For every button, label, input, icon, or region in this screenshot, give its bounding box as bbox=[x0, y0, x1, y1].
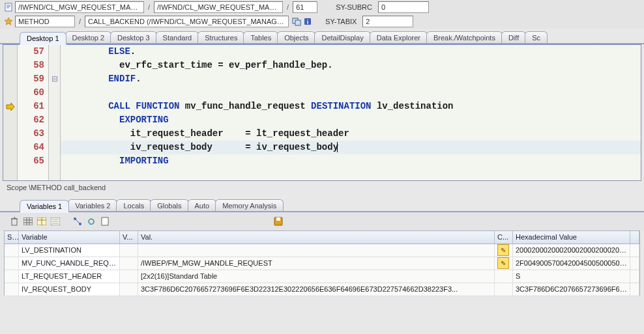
tab-variables-2[interactable]: Variables 2 bbox=[68, 199, 117, 212]
tab-structures[interactable]: Structures bbox=[198, 31, 244, 44]
cell-value[interactable]: /IWBEP/FM_MGW_HANDLE_REQUEST bbox=[138, 257, 495, 270]
code-line[interactable]: CALL FUNCTION mv_func_handle_request DES… bbox=[61, 100, 641, 113]
pencil-icon[interactable]: ✎ bbox=[497, 257, 509, 269]
tab-break-watchpoints[interactable]: Break./Watchpoints bbox=[426, 31, 503, 44]
col-hex[interactable]: Hexadecimal Value bbox=[513, 231, 630, 244]
cell-value[interactable]: 3C3F786D6C2076657273696F6E3D22312E302220… bbox=[138, 283, 495, 296]
refresh-icon[interactable] bbox=[86, 216, 96, 227]
cell-vtype bbox=[120, 283, 138, 296]
cell-change[interactable]: ✎ bbox=[495, 257, 513, 270]
cell-variable[interactable]: IV_REQUEST_BODY bbox=[19, 283, 120, 296]
fold-marker[interactable] bbox=[49, 141, 60, 154]
cell-status bbox=[5, 270, 19, 283]
tab-auto[interactable]: Auto bbox=[188, 199, 217, 212]
program-field-1[interactable]: /IWFND/CL_MGW_REQUEST_MANAGER... bbox=[15, 1, 144, 13]
info-icon[interactable]: i bbox=[303, 17, 312, 26]
method-field[interactable]: CALL_BACKEND (/IWFND/CL_MGW_REQUEST_MANA… bbox=[85, 16, 289, 27]
save-icon[interactable] bbox=[273, 216, 284, 227]
tab-data-explorer[interactable]: Data Explorer bbox=[370, 31, 428, 44]
navigation-row-2: METHOD / CALL_BACKEND (/IWFND/CL_MGW_REQ… bbox=[0, 14, 644, 29]
cell-end bbox=[630, 244, 639, 257]
grid-icon[interactable] bbox=[23, 216, 33, 227]
cell-status bbox=[5, 244, 19, 257]
cell-hex: 2F004900570042004500500050000... bbox=[513, 257, 630, 270]
tab-desktop-2[interactable]: Desktop 2 bbox=[65, 31, 112, 44]
cell-hex: S bbox=[513, 270, 630, 283]
cell-variable[interactable]: LT_REQUEST_HEADER bbox=[19, 270, 120, 283]
fold-marker[interactable]: ⊟ bbox=[49, 72, 60, 86]
fold-marker[interactable] bbox=[49, 100, 60, 113]
cell-variable[interactable]: MV_FUNC_HANDLE_REQU... bbox=[19, 257, 120, 270]
code-line[interactable]: ev_rfc_start_time = ev_perf_handle_bep. bbox=[61, 59, 641, 72]
cell-value[interactable] bbox=[138, 244, 495, 257]
code-line[interactable] bbox=[61, 86, 641, 100]
event-field[interactable]: METHOD bbox=[15, 16, 75, 27]
sy-tabix-value[interactable]: 2 bbox=[362, 16, 413, 27]
tab-detaildisplay[interactable]: DetailDisplay bbox=[314, 31, 370, 44]
tab-desktop-1[interactable]: Desktop 1 bbox=[20, 32, 66, 45]
list-icon[interactable] bbox=[50, 216, 61, 227]
table-row[interactable]: MV_FUNC_HANDLE_REQU.../IWBEP/FM_MGW_HAND… bbox=[5, 257, 639, 270]
cell-variable[interactable]: LV_DESTINATION bbox=[19, 244, 120, 257]
col-status[interactable]: S... bbox=[5, 231, 19, 244]
col-value[interactable]: Val. bbox=[138, 231, 495, 244]
line-number-field[interactable]: 61 bbox=[293, 1, 317, 13]
code-line[interactable]: ENDIF. bbox=[61, 72, 641, 86]
col-vtype[interactable]: V... bbox=[120, 231, 138, 244]
col-variable[interactable]: Variable bbox=[19, 231, 120, 244]
line-number: 57 bbox=[18, 45, 48, 59]
code-line[interactable]: iv_request_body = iv_request_body bbox=[61, 141, 641, 154]
cell-value[interactable]: [2x2(16)]Standard Table bbox=[138, 270, 495, 283]
line-number: 58 bbox=[18, 59, 48, 72]
tab-standard[interactable]: Standard bbox=[156, 31, 199, 44]
delete-icon[interactable] bbox=[9, 216, 20, 227]
svg-rect-0 bbox=[5, 3, 12, 11]
tab-locals[interactable]: Locals bbox=[116, 199, 151, 212]
code-editor[interactable]: 575859606162636465 ⊟ ELSE. ev_rfc_start_… bbox=[3, 44, 641, 181]
line-number: 63 bbox=[18, 127, 48, 141]
cell-vtype bbox=[120, 270, 138, 283]
breakpoint-rail[interactable] bbox=[3, 45, 18, 180]
code-area[interactable]: ELSE. ev_rfc_start_time = ev_perf_handle… bbox=[61, 45, 641, 180]
document-icon[interactable] bbox=[100, 216, 110, 227]
code-line[interactable]: IMPORTING bbox=[61, 154, 641, 168]
code-line[interactable]: ELSE. bbox=[61, 45, 641, 59]
fold-marker[interactable] bbox=[49, 59, 60, 72]
cell-hex: 2000200020002000200020002000... bbox=[513, 244, 630, 257]
fold-marker[interactable] bbox=[49, 45, 60, 59]
table-icon[interactable] bbox=[37, 216, 47, 227]
connector-icon[interactable] bbox=[72, 216, 83, 227]
variables-table: S... Variable V... Val. C... Hexadecimal… bbox=[4, 230, 640, 296]
line-number: 65 bbox=[18, 154, 48, 168]
code-line[interactable]: EXPORTING bbox=[61, 113, 641, 127]
tab-objects[interactable]: Objects bbox=[277, 31, 315, 44]
fold-gutter[interactable]: ⊟ bbox=[49, 45, 61, 180]
table-row[interactable]: LV_DESTINATION✎2000200020002000200020002… bbox=[5, 244, 639, 257]
cell-change bbox=[495, 270, 513, 283]
table-row[interactable]: LT_REQUEST_HEADER[2x2(16)]Standard Table… bbox=[5, 270, 639, 283]
tab-diff[interactable]: Diff bbox=[501, 31, 526, 44]
tab-desktop-3[interactable]: Desktop 3 bbox=[110, 31, 157, 44]
tab-memory-analysis[interactable]: Memory Analysis bbox=[215, 199, 284, 212]
fold-marker[interactable] bbox=[49, 154, 60, 168]
tab-variables-1[interactable]: Variables 1 bbox=[20, 200, 69, 213]
tab-sc[interactable]: Sc bbox=[525, 31, 548, 44]
sy-subrc-value[interactable]: 0 bbox=[378, 1, 429, 13]
col-change[interactable]: C... bbox=[495, 231, 513, 244]
tab-tables[interactable]: Tables bbox=[243, 31, 278, 44]
sy-subrc-label: SY-SUBRC bbox=[336, 3, 372, 11]
cell-end bbox=[630, 283, 639, 296]
window-icon[interactable] bbox=[292, 17, 301, 26]
tab-globals[interactable]: Globals bbox=[150, 199, 188, 212]
fold-marker[interactable] bbox=[49, 86, 60, 100]
slash-separator: / bbox=[285, 3, 291, 11]
code-line[interactable]: it_request_header = lt_request_header bbox=[61, 127, 641, 141]
navigation-row-1: /IWFND/CL_MGW_REQUEST_MANAGER... / /IWFN… bbox=[0, 0, 644, 14]
fold-marker[interactable] bbox=[49, 127, 60, 141]
line-number: 62 bbox=[18, 113, 48, 127]
fold-marker[interactable] bbox=[49, 113, 60, 127]
table-row[interactable]: IV_REQUEST_BODY3C3F786D6C2076657273696F6… bbox=[5, 283, 639, 296]
pencil-icon[interactable]: ✎ bbox=[497, 244, 509, 256]
cell-change[interactable]: ✎ bbox=[495, 244, 513, 257]
program-field-2[interactable]: /IWFND/CL_MGW_REQUEST_MANAGER... bbox=[154, 1, 283, 13]
